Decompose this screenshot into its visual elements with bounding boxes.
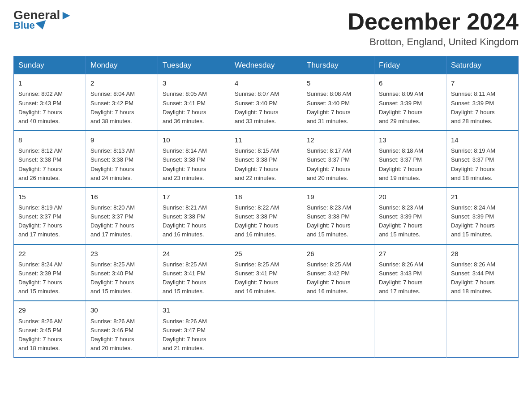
day-number: 25 xyxy=(235,248,297,259)
day-info: Sunrise: 8:26 AMSunset: 3:43 PMDaylight:… xyxy=(379,261,423,295)
month-title: December 2024 xyxy=(348,9,519,34)
logo: General► Blue xyxy=(13,9,73,31)
col-friday: Friday xyxy=(374,56,446,75)
table-row xyxy=(446,301,519,357)
day-info: Sunrise: 8:26 AMSunset: 3:45 PMDaylight:… xyxy=(18,318,63,351)
day-number: 13 xyxy=(379,135,442,145)
table-row xyxy=(374,301,446,357)
day-info: Sunrise: 8:08 AMSunset: 3:40 PMDaylight:… xyxy=(307,90,351,124)
day-info: Sunrise: 8:12 AMSunset: 3:38 PMDaylight:… xyxy=(18,147,63,181)
table-row: 30 Sunrise: 8:26 AMSunset: 3:46 PMDaylig… xyxy=(86,301,158,357)
table-row: 9 Sunrise: 8:13 AMSunset: 3:38 PMDayligh… xyxy=(86,131,158,188)
day-info: Sunrise: 8:25 AMSunset: 3:40 PMDaylight:… xyxy=(90,261,135,295)
day-info: Sunrise: 8:24 AMSunset: 3:39 PMDaylight:… xyxy=(451,204,495,238)
day-number: 23 xyxy=(90,248,153,259)
day-number: 11 xyxy=(235,135,297,145)
day-number: 24 xyxy=(163,248,225,259)
table-row: 11 Sunrise: 8:15 AMSunset: 3:38 PMDaylig… xyxy=(230,131,302,188)
day-info: Sunrise: 8:14 AMSunset: 3:38 PMDaylight:… xyxy=(163,147,207,181)
table-row: 14 Sunrise: 8:19 AMSunset: 3:37 PMDaylig… xyxy=(446,131,519,188)
day-info: Sunrise: 8:13 AMSunset: 3:38 PMDaylight:… xyxy=(90,147,135,181)
table-row: 10 Sunrise: 8:14 AMSunset: 3:38 PMDaylig… xyxy=(158,131,230,188)
calendar-week-5: 29 Sunrise: 8:26 AMSunset: 3:45 PMDaylig… xyxy=(14,301,519,357)
day-info: Sunrise: 8:22 AMSunset: 3:38 PMDaylight:… xyxy=(235,204,279,238)
day-info: Sunrise: 8:23 AMSunset: 3:39 PMDaylight:… xyxy=(379,204,423,238)
table-row: 1 Sunrise: 8:02 AMSunset: 3:43 PMDayligh… xyxy=(14,74,86,131)
day-info: Sunrise: 8:02 AMSunset: 3:43 PMDaylight:… xyxy=(18,90,63,124)
day-number: 26 xyxy=(307,248,369,259)
day-number: 6 xyxy=(379,78,442,88)
day-number: 14 xyxy=(451,135,514,145)
col-saturday: Saturday xyxy=(446,56,519,75)
day-number: 9 xyxy=(90,135,153,145)
calendar-table: Sunday Monday Tuesday Wednesday Thursday… xyxy=(13,56,519,358)
table-row: 2 Sunrise: 8:04 AMSunset: 3:42 PMDayligh… xyxy=(86,74,158,131)
table-row: 4 Sunrise: 8:07 AMSunset: 3:40 PMDayligh… xyxy=(230,74,302,131)
day-info: Sunrise: 8:20 AMSunset: 3:37 PMDaylight:… xyxy=(90,204,135,238)
logo-triangle-icon xyxy=(35,20,48,31)
table-row: 19 Sunrise: 8:23 AMSunset: 3:38 PMDaylig… xyxy=(302,188,374,244)
day-number: 7 xyxy=(451,78,514,88)
day-number: 16 xyxy=(90,192,153,202)
day-number: 3 xyxy=(163,78,225,88)
day-info: Sunrise: 8:25 AMSunset: 3:42 PMDaylight:… xyxy=(307,261,351,295)
day-number: 1 xyxy=(18,78,81,88)
day-number: 22 xyxy=(18,248,81,259)
day-number: 5 xyxy=(307,78,369,88)
calendar-week-2: 8 Sunrise: 8:12 AMSunset: 3:38 PMDayligh… xyxy=(14,131,519,188)
table-row xyxy=(230,301,302,357)
day-info: Sunrise: 8:09 AMSunset: 3:39 PMDaylight:… xyxy=(379,90,423,124)
calendar-body: 1 Sunrise: 8:02 AMSunset: 3:43 PMDayligh… xyxy=(14,74,519,358)
col-monday: Monday xyxy=(86,56,158,75)
table-row: 6 Sunrise: 8:09 AMSunset: 3:39 PMDayligh… xyxy=(374,74,446,131)
day-info: Sunrise: 8:26 AMSunset: 3:47 PMDaylight:… xyxy=(163,318,207,351)
table-row: 24 Sunrise: 8:25 AMSunset: 3:41 PMDaylig… xyxy=(158,244,230,301)
day-number: 28 xyxy=(451,248,514,259)
day-info: Sunrise: 8:26 AMSunset: 3:44 PMDaylight:… xyxy=(451,261,495,295)
day-info: Sunrise: 8:24 AMSunset: 3:39 PMDaylight:… xyxy=(18,261,63,295)
day-info: Sunrise: 8:19 AMSunset: 3:37 PMDaylight:… xyxy=(451,147,495,181)
day-number: 10 xyxy=(163,135,225,145)
day-number: 18 xyxy=(235,192,297,202)
day-number: 27 xyxy=(379,248,442,259)
col-wednesday: Wednesday xyxy=(230,56,302,75)
calendar-header-row: Sunday Monday Tuesday Wednesday Thursday… xyxy=(14,56,519,75)
table-row: 23 Sunrise: 8:25 AMSunset: 3:40 PMDaylig… xyxy=(86,244,158,301)
table-row: 22 Sunrise: 8:24 AMSunset: 3:39 PMDaylig… xyxy=(14,244,86,301)
day-number: 2 xyxy=(90,78,153,88)
table-row: 8 Sunrise: 8:12 AMSunset: 3:38 PMDayligh… xyxy=(14,131,86,188)
col-tuesday: Tuesday xyxy=(158,56,230,75)
calendar-week-1: 1 Sunrise: 8:02 AMSunset: 3:43 PMDayligh… xyxy=(14,74,519,131)
day-number: 29 xyxy=(18,305,81,315)
day-number: 20 xyxy=(379,192,442,202)
day-number: 17 xyxy=(163,192,225,202)
table-row xyxy=(302,301,374,357)
table-row: 20 Sunrise: 8:23 AMSunset: 3:39 PMDaylig… xyxy=(374,188,446,244)
day-number: 12 xyxy=(307,135,369,145)
logo-blue-text: Blue xyxy=(13,20,47,31)
day-info: Sunrise: 8:04 AMSunset: 3:42 PMDaylight:… xyxy=(90,90,135,124)
table-row: 17 Sunrise: 8:21 AMSunset: 3:38 PMDaylig… xyxy=(158,188,230,244)
day-number: 4 xyxy=(235,78,297,88)
table-row: 25 Sunrise: 8:25 AMSunset: 3:41 PMDaylig… xyxy=(230,244,302,301)
table-row: 28 Sunrise: 8:26 AMSunset: 3:44 PMDaylig… xyxy=(446,244,519,301)
day-info: Sunrise: 8:25 AMSunset: 3:41 PMDaylight:… xyxy=(163,261,207,295)
table-row: 26 Sunrise: 8:25 AMSunset: 3:42 PMDaylig… xyxy=(302,244,374,301)
table-row: 21 Sunrise: 8:24 AMSunset: 3:39 PMDaylig… xyxy=(446,188,519,244)
day-number: 8 xyxy=(18,135,81,145)
day-info: Sunrise: 8:11 AMSunset: 3:39 PMDaylight:… xyxy=(451,90,495,124)
location-text: Brotton, England, United Kingdom xyxy=(348,36,519,48)
day-number: 15 xyxy=(18,192,81,202)
day-info: Sunrise: 8:23 AMSunset: 3:38 PMDaylight:… xyxy=(307,204,351,238)
day-info: Sunrise: 8:15 AMSunset: 3:38 PMDaylight:… xyxy=(235,147,279,181)
day-info: Sunrise: 8:26 AMSunset: 3:46 PMDaylight:… xyxy=(90,318,135,351)
title-section: December 2024 Brotton, England, United K… xyxy=(348,9,519,48)
day-number: 19 xyxy=(307,192,369,202)
day-number: 30 xyxy=(90,305,153,315)
logo-arrow-icon: ► xyxy=(60,8,73,22)
table-row: 29 Sunrise: 8:26 AMSunset: 3:45 PMDaylig… xyxy=(14,301,86,357)
table-row: 31 Sunrise: 8:26 AMSunset: 3:47 PMDaylig… xyxy=(158,301,230,357)
col-sunday: Sunday xyxy=(14,56,86,75)
calendar-week-4: 22 Sunrise: 8:24 AMSunset: 3:39 PMDaylig… xyxy=(14,244,519,301)
calendar-week-3: 15 Sunrise: 8:19 AMSunset: 3:37 PMDaylig… xyxy=(14,188,519,244)
